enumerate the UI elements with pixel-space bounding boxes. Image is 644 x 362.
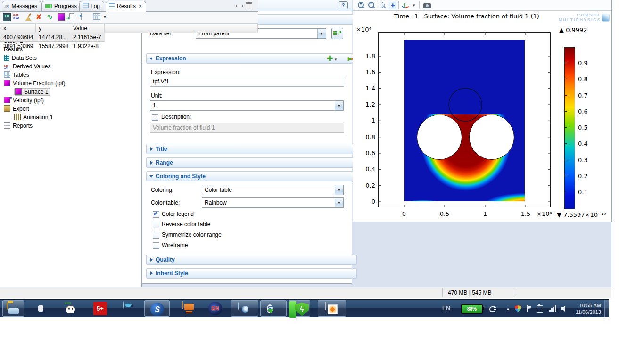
colorbar-tick: 0.7	[578, 92, 592, 99]
column-header-y[interactable]: y	[36, 24, 70, 33]
cell[interactable]: 2.11615e-7	[70, 33, 105, 42]
zoom-box-button[interactable]	[379, 2, 386, 9]
cell[interactable]: 4007.93604	[0, 33, 36, 42]
power-plug-icon[interactable]	[489, 305, 496, 311]
clock-time: 10:55 AM	[566, 302, 601, 309]
tables-icon	[4, 71, 10, 78]
battery-indicator[interactable]: 88%	[461, 304, 483, 314]
view-dropdown-icon[interactable]: ▼	[412, 3, 416, 8]
taskbar-clock[interactable]: 10:55 AM 11/06/2013	[566, 302, 601, 315]
tree-item-derived-values[interactable]: Derived Values	[4, 62, 50, 71]
tree-item-velocity[interactable]: Velocity (tpf)	[4, 96, 44, 105]
column-header-value[interactable]: Value	[70, 24, 105, 33]
taskbar-comsol-button[interactable]	[231, 300, 258, 317]
tree-item-animation-1[interactable]: Animation 1	[14, 113, 53, 122]
wireframe-checkbox[interactable]	[153, 242, 159, 249]
tree-item-export[interactable]: Export	[4, 105, 29, 113]
section-expression[interactable]: Expression ✚▼ ▶	[146, 53, 357, 64]
section-coloring-and-style[interactable]: Coloring and Style	[146, 171, 357, 181]
tab-messages[interactable]: ✉Messages	[2, 1, 41, 11]
toolbar-dropdown-icon[interactable]: ▼	[103, 13, 107, 21]
switch-to-dataset-button[interactable]: ≣↱	[331, 28, 343, 39]
colorbar-tick: 0.9	[578, 59, 592, 66]
colorbar-tick: 0.8	[578, 75, 592, 82]
help-icon[interactable]: ?	[339, 1, 348, 9]
taskbar-sogou-download-button[interactable]: S	[260, 300, 287, 317]
tab-progress[interactable]: Progress	[41, 1, 81, 11]
remove-hardware-icon[interactable]	[537, 305, 543, 313]
color-legend-checkbox[interactable]	[153, 211, 159, 218]
export-table-icon[interactable]	[81, 13, 82, 20]
maximize-panel-icon[interactable]	[246, 2, 252, 8]
comsol-logo: COMSOL MULTIPHYSICS	[542, 13, 601, 22]
minimize-panel-icon[interactable]	[236, 5, 243, 7]
tree-item-reports[interactable]: Reports	[4, 122, 33, 130]
surface-plot-field[interactable]	[404, 40, 525, 201]
taskbar-photo-viewer-button[interactable]	[318, 300, 346, 317]
tree-item-surface-1[interactable]: Surface 1	[14, 88, 50, 96]
full-precision-icon[interactable]	[93, 13, 100, 20]
expression-input[interactable]: tpf.Vf1	[150, 77, 344, 87]
x-tick: 1	[476, 210, 495, 217]
section-inherit-style[interactable]: Inherit Style	[146, 268, 357, 279]
add-expression-icon[interactable]: ✚▼	[327, 54, 338, 65]
tree-item-volume-fraction[interactable]: Volume Fraction (tpf)	[4, 79, 65, 88]
language-indicator[interactable]: EN	[442, 305, 450, 312]
delete-table-icon[interactable]: ✘	[36, 13, 42, 21]
y-tick: 0.8	[357, 133, 375, 140]
column-header-x[interactable]: x	[0, 24, 36, 33]
table-graph-icon[interactable]: ∿	[47, 13, 53, 21]
show-desktop-button[interactable]	[604, 300, 609, 317]
cell[interactable]: 1.9322e-8	[70, 42, 105, 51]
table-surface-icon[interactable]	[58, 13, 65, 21]
color-legend-label: Color legend	[162, 211, 194, 217]
close-tab-icon[interactable]: ×	[139, 3, 142, 9]
default-view-button[interactable]	[401, 2, 410, 9]
taskbar-sogou-button[interactable]: S	[144, 300, 170, 317]
x-axis-exponent: ×10⁴	[537, 210, 552, 217]
section-quality[interactable]: Quality	[146, 255, 357, 265]
export-icon	[4, 105, 10, 112]
coloring-combobox[interactable]: Color table	[202, 185, 344, 195]
taskbar-powerpoint-icon[interactable]	[182, 301, 183, 309]
tree-item-data-sets[interactable]: Data Sets	[4, 54, 37, 62]
description-checkbox[interactable]	[152, 114, 158, 121]
snapshot-button[interactable]	[423, 3, 431, 8]
tab-log[interactable]: Log	[79, 1, 104, 11]
solid-disc-left	[417, 115, 462, 160]
green-shield-icon: ϟ	[295, 303, 309, 316]
reverse-color-table-checkbox[interactable]	[153, 222, 159, 228]
colorbar-tick: 0.1	[578, 189, 592, 196]
action-center-flag-icon[interactable]	[526, 305, 532, 312]
zoom-out-button[interactable]: −	[368, 2, 375, 9]
taskbar-antivirus-button[interactable]: ϟ	[289, 300, 310, 317]
taskbar-player-icon[interactable]	[123, 301, 124, 309]
symmetrize-color-range-checkbox[interactable]	[153, 232, 159, 239]
taskbar-5plus-icon[interactable]: 5+	[93, 302, 107, 315]
tab-results[interactable]: Results×	[106, 1, 146, 12]
cell[interactable]: 15587.2998	[36, 42, 70, 51]
description-label: Description:	[161, 114, 191, 120]
expression-evaluation-icon[interactable]	[13, 13, 22, 21]
cell[interactable]: 14714.28...	[36, 33, 70, 42]
point-evaluation-icon[interactable]	[3, 13, 11, 21]
results-toolbar: ✘ ∿ ▼	[0, 12, 258, 24]
zoom-extents-button[interactable]: ✚	[389, 2, 396, 9]
cell[interactable]: 3891.53369	[0, 42, 36, 51]
tree-item-tables[interactable]: Tables	[4, 71, 29, 79]
animation-icon	[14, 114, 21, 120]
zoom-in-button[interactable]: +	[358, 2, 365, 9]
taskbar-explorer-button[interactable]	[2, 300, 24, 317]
unit-label: Unit:	[151, 92, 163, 99]
colorbar-tick: 0.5	[578, 124, 592, 131]
comsol-window: ≡ ◉‣ ≡↑ ≡↓ 2V7.mph(root) Global Definiti…	[0, 0, 611, 298]
unit-combobox[interactable]: 1	[150, 100, 344, 111]
insert-expression-icon[interactable]: ▶	[348, 54, 353, 64]
section-title[interactable]: Title	[146, 144, 357, 154]
taskbar-en-dict-icon[interactable]: EN	[208, 302, 222, 315]
hidden-icons-arrow[interactable]: ▲	[506, 306, 510, 311]
section-range[interactable]: Range	[146, 157, 357, 168]
network-signal-icon[interactable]	[549, 305, 557, 312]
color-table-combobox[interactable]: Rainbow	[202, 197, 344, 208]
security-shield-icon[interactable]	[515, 305, 521, 312]
